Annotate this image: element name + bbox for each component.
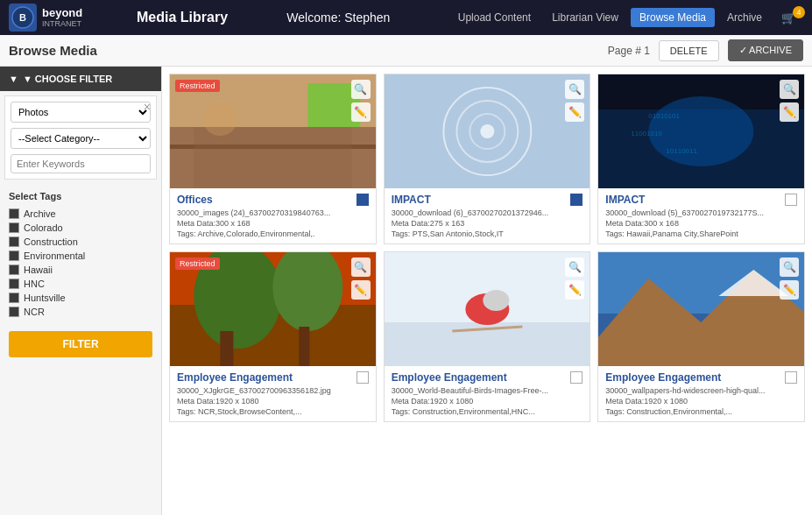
media-type-select[interactable]: Photos Videos Documents	[11, 102, 151, 123]
tag-checkbox	[9, 208, 19, 219]
tag-item-huntsville[interactable]: Huntsville	[9, 291, 152, 305]
media-filename: 30000_download (6)_63700270201372946...	[392, 208, 583, 217]
media-select-checkbox[interactable]	[570, 194, 583, 206]
media-name-row: Employee Engagement	[392, 371, 583, 384]
svg-text:10110011: 10110011	[667, 147, 698, 155]
svg-text:11001010: 11001010	[632, 130, 663, 138]
media-name-text[interactable]: Employee Engagement	[392, 371, 507, 384]
filter-button[interactable]: FILTER	[9, 331, 152, 357]
media-select-checkbox[interactable]	[570, 371, 583, 384]
browse-media-button[interactable]: Browse Media	[631, 8, 715, 27]
zoom-icon[interactable]: 🔍	[351, 258, 371, 277]
tags-title: Select Tags	[9, 191, 152, 201]
main-layout: ▼ ▼ CHOOSE FILTER × Photos Videos Docume…	[0, 67, 812, 515]
upload-content-button[interactable]: Upload Content	[449, 8, 540, 27]
sub-header: Browse Media Page # 1 DELETE ✓ ARCHIVE	[0, 35, 812, 67]
logo-text-block: beyond INTRANET	[42, 7, 82, 28]
media-thumbnail: 🔍 ✏️	[385, 74, 590, 188]
media-grid: Restricted 🔍 ✏️ Offices 30000_images (24…	[169, 74, 805, 422]
media-select-checkbox[interactable]	[357, 371, 369, 384]
edit-icon[interactable]: ✏️	[351, 280, 371, 300]
zoom-icon[interactable]: 🔍	[565, 80, 584, 99]
media-card-6: 🔍 ✏️ Employee Engagement 30000_wallpaper…	[597, 251, 805, 422]
tag-item-hnc[interactable]: HNC	[9, 277, 152, 291]
tags-section: Select Tags Archive Colorado Constructio…	[0, 184, 161, 326]
media-select-checkbox[interactable]	[357, 194, 369, 206]
media-card-2: 🔍 ✏️ IMPACT 30000_download (6)_637002702…	[384, 74, 591, 244]
media-meta: Meta Data:1920 x 1080	[177, 397, 369, 406]
tag-checkbox	[9, 265, 19, 275]
tag-checkbox	[9, 250, 19, 261]
media-card-5: 🔍 ✏️ Employee Engagement 30000_World-Bea…	[384, 251, 591, 422]
keywords-input[interactable]	[11, 154, 151, 173]
tag-checkbox	[9, 236, 19, 247]
media-thumbnail: 010101011100101010110011 🔍 ✏️	[598, 74, 804, 188]
tag-label: Colorado	[24, 222, 63, 233]
restricted-badge: Restricted	[175, 80, 220, 92]
cart-button[interactable]: 🛒 4	[774, 8, 803, 28]
svg-point-15	[649, 96, 754, 166]
thumb-icons: 🔍 ✏️	[351, 258, 371, 300]
tag-item-archive[interactable]: Archive	[9, 207, 152, 221]
media-name-text[interactable]: Employee Engagement	[177, 371, 293, 384]
edit-icon[interactable]: ✏️	[565, 280, 584, 300]
choose-filter-button[interactable]: ▼ ▼ CHOOSE FILTER	[0, 67, 161, 91]
librarian-view-button[interactable]: Librarian View	[543, 8, 627, 27]
media-filename: 30000_World-Beautiful-Birds-Images-Free-…	[392, 386, 583, 395]
logo-icon: B	[9, 4, 37, 32]
edit-icon[interactable]: ✏️	[351, 102, 371, 122]
media-meta: Meta Data:1920 x 1080	[392, 397, 583, 406]
media-name-row: IMPACT	[392, 194, 583, 206]
thumb-icons: 🔍 ✏️	[780, 258, 799, 300]
edit-icon[interactable]: ✏️	[780, 280, 799, 300]
delete-button[interactable]: DELETE	[659, 40, 719, 61]
tag-item-ncr[interactable]: NCR	[9, 305, 152, 319]
header-nav: Upload Content Librarian View Browse Med…	[449, 8, 803, 28]
media-meta: Meta Data:300 x 168	[605, 219, 797, 228]
media-tags: Tags: PTS,San Antonio,Stock,IT	[392, 229, 583, 238]
edit-icon[interactable]: ✏️	[780, 102, 799, 122]
tag-label: Hawaii	[24, 265, 53, 275]
media-name-text[interactable]: IMPACT	[392, 194, 431, 206]
tag-checkbox	[9, 293, 19, 303]
media-info: Employee Engagement 30000_XJgkrGE_637002…	[170, 366, 376, 421]
choose-filter-label: ▼ CHOOSE FILTER	[23, 74, 112, 84]
media-info: Offices 30000_images (24)_63700270319840…	[170, 188, 376, 243]
zoom-icon[interactable]: 🔍	[780, 80, 799, 99]
content-area: Restricted 🔍 ✏️ Offices 30000_images (24…	[162, 67, 812, 515]
category-select[interactable]: --Select Category--	[11, 128, 151, 149]
header-welcome: Welcome: Stephen	[242, 11, 435, 25]
archive-action-button[interactable]: ✓ ARCHIVE	[728, 39, 803, 61]
media-name-text[interactable]: Offices	[177, 194, 213, 206]
filter-close-button[interactable]: ×	[144, 100, 151, 114]
tag-item-construction[interactable]: Construction	[9, 235, 152, 249]
zoom-icon[interactable]: 🔍	[780, 258, 799, 277]
sub-header-title: Browse Media	[9, 43, 599, 58]
tag-checkbox	[9, 279, 19, 289]
media-select-checkbox[interactable]	[785, 194, 797, 206]
media-name-text[interactable]: IMPACT	[605, 194, 645, 206]
media-name-row: Employee Engagement	[177, 371, 369, 384]
tag-checkbox	[9, 222, 19, 233]
logo-name: beyond	[42, 7, 82, 19]
media-info: IMPACT 30000_download (5)_63700270197321…	[598, 188, 804, 243]
tag-label: Archive	[24, 208, 56, 219]
media-name-text[interactable]: Employee Engagement	[605, 371, 721, 384]
media-info: Employee Engagement 30000_wallpapers-hd-…	[598, 366, 804, 421]
media-thumbnail: 🔍 ✏️	[385, 252, 590, 366]
media-select-checkbox[interactable]	[785, 371, 797, 384]
tag-item-environmental[interactable]: Environmental	[9, 249, 152, 263]
header: B beyond INTRANET Media Library Welcome:…	[0, 0, 812, 35]
edit-icon[interactable]: ✏️	[565, 102, 584, 122]
media-tags: Tags: Hawaii,Panama City,SharePoint	[605, 229, 797, 238]
tag-item-hawaii[interactable]: Hawaii	[9, 263, 152, 277]
restricted-badge: Restricted	[175, 258, 220, 270]
thumb-icons: 🔍 ✏️	[565, 258, 584, 300]
media-card-4: Restricted 🔍 ✏️ Employee Engagement 3000…	[169, 251, 377, 422]
zoom-icon[interactable]: 🔍	[351, 80, 371, 99]
archive-button[interactable]: Archive	[718, 8, 771, 27]
tag-label: Huntsville	[24, 293, 66, 303]
tag-item-colorado[interactable]: Colorado	[9, 221, 152, 235]
zoom-icon[interactable]: 🔍	[565, 258, 584, 277]
media-filename: 30000_download (5)_6370027019732177S...	[605, 208, 797, 217]
